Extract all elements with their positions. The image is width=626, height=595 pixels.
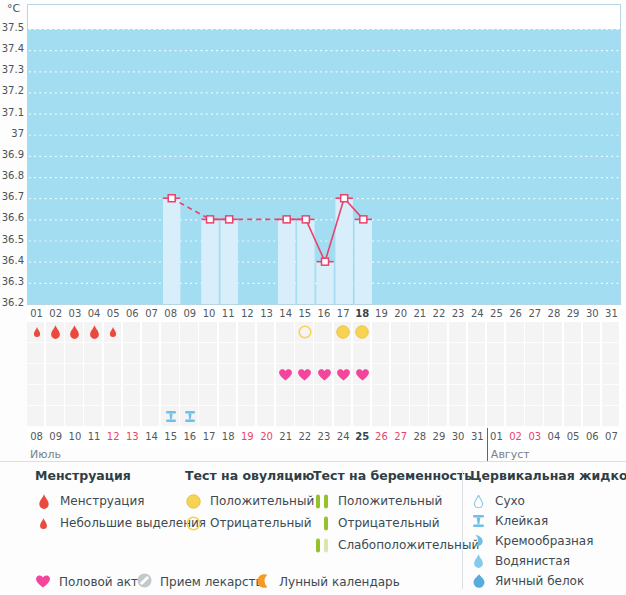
calendar-date-30[interactable]: 30 <box>449 427 468 447</box>
cervical-fluid-sticky-day-9 <box>185 411 195 422</box>
legend-item: Кремообразная <box>470 533 626 549</box>
drop-large-icon <box>35 494 52 509</box>
calendar-date-28[interactable]: 28 <box>410 427 429 447</box>
temp-point-day-10[interactable] <box>207 216 214 223</box>
calendar-date-04[interactable]: 04 <box>544 427 563 447</box>
intercourse-heart-day-15 <box>297 368 312 381</box>
calendar-date-17[interactable]: 17 <box>199 427 218 447</box>
legend-item: Клейкая <box>470 513 626 529</box>
calendar-date-26[interactable]: 26 <box>372 427 391 447</box>
y-axis-tick: 37.5 <box>0 21 24 34</box>
cycle-day-09[interactable]: 09 <box>180 305 199 322</box>
circle-filled-icon <box>185 494 202 509</box>
temp-point-day-11[interactable] <box>226 216 233 223</box>
cycle-day-03[interactable]: 03 <box>65 305 84 322</box>
cycle-day-21[interactable]: 21 <box>410 305 429 322</box>
cycle-day-22[interactable]: 22 <box>429 305 448 322</box>
calendar-date-19[interactable]: 19 <box>238 427 257 447</box>
cycle-day-25[interactable]: 25 <box>487 305 506 322</box>
calendar-date-20[interactable]: 20 <box>257 427 276 447</box>
calendar-date-06[interactable]: 06 <box>583 427 602 447</box>
legend-item: Положительный <box>313 493 479 509</box>
cycle-day-08[interactable]: 08 <box>161 305 180 322</box>
legend-group-title: Тест на овуляцию <box>185 468 314 483</box>
calendar-date-05[interactable]: 05 <box>564 427 583 447</box>
calendar-date-12[interactable]: 12 <box>104 427 123 447</box>
cycle-day-26[interactable]: 26 <box>506 305 525 322</box>
cycle-day-28[interactable]: 28 <box>544 305 563 322</box>
cycle-day-13[interactable]: 13 <box>257 305 276 322</box>
calendar-date-23[interactable]: 23 <box>314 427 333 447</box>
legend-item-label: Лунный календарь <box>279 575 400 589</box>
calendar-date-24[interactable]: 24 <box>334 427 353 447</box>
calendar-date-22[interactable]: 22 <box>295 427 314 447</box>
calendar-date-27[interactable]: 27 <box>391 427 410 447</box>
row-medicine[interactable] <box>27 385 621 405</box>
row-cervical-fluid[interactable] <box>27 406 621 426</box>
cycle-day-05[interactable]: 05 <box>104 305 123 322</box>
cycle-day-16[interactable]: 16 <box>314 305 333 322</box>
cervical-fluid-sticky-day-8 <box>166 411 176 422</box>
menstruation-drop-day-4 <box>89 325 100 339</box>
cycle-day-10[interactable]: 10 <box>199 305 218 322</box>
calendar-date-21[interactable]: 21 <box>276 427 295 447</box>
y-axis-tick: 37 <box>0 127 24 140</box>
calendar-date-02[interactable]: 02 <box>506 427 525 447</box>
cycle-day-02[interactable]: 02 <box>46 305 65 322</box>
cycle-day-18[interactable]: 18 <box>353 305 372 322</box>
calendar-date-31[interactable]: 31 <box>468 427 487 447</box>
cycle-day-07[interactable]: 07 <box>142 305 161 322</box>
y-axis-tick: 36.6 <box>0 211 24 224</box>
calendar-date-09[interactable]: 09 <box>46 427 65 447</box>
calendar-date-16[interactable]: 16 <box>180 427 199 447</box>
calendar-date-18[interactable]: 18 <box>219 427 238 447</box>
calendar-date-29[interactable]: 29 <box>429 427 448 447</box>
cycle-day-06[interactable]: 06 <box>123 305 142 322</box>
cycle-day-27[interactable]: 27 <box>525 305 544 322</box>
y-axis-tick: 37.4 <box>0 42 24 55</box>
watery-icon <box>470 554 487 568</box>
legend-item-label: Половой акт <box>59 575 138 589</box>
temp-point-day-8[interactable] <box>168 195 175 202</box>
temp-column-day-10 <box>201 219 218 304</box>
calendar-date-25[interactable]: 25 <box>353 427 372 447</box>
temperature-chart-plot[interactable] <box>27 4 621 305</box>
cycle-day-29[interactable]: 29 <box>564 305 583 322</box>
cycle-day-01[interactable]: 01 <box>27 305 46 322</box>
cycle-day-20[interactable]: 20 <box>391 305 410 322</box>
row-pregnancy-test[interactable] <box>27 343 621 363</box>
cycle-day-31[interactable]: 31 <box>602 305 621 322</box>
cycle-day-30[interactable]: 30 <box>583 305 602 322</box>
calendar-date-14[interactable]: 14 <box>142 427 161 447</box>
temp-point-day-17[interactable] <box>341 195 348 202</box>
temp-column-day-8 <box>163 198 180 304</box>
cycle-day-24[interactable]: 24 <box>468 305 487 322</box>
calendar-date-07[interactable]: 07 <box>602 427 621 447</box>
ovulation-test-day-15 <box>298 325 312 339</box>
cycle-day-12[interactable]: 12 <box>238 305 257 322</box>
calendar-date-13[interactable]: 13 <box>123 427 142 447</box>
cycle-day-17[interactable]: 17 <box>334 305 353 322</box>
cycle-day-14[interactable]: 14 <box>276 305 295 322</box>
menstruation-drop-day-5 <box>109 327 117 337</box>
cycle-day-15[interactable]: 15 <box>295 305 314 322</box>
calendar-date-08[interactable]: 08 <box>27 427 46 447</box>
y-axis-tick: 36.2 <box>0 296 24 309</box>
calendar-date-01[interactable]: 01 <box>487 427 506 447</box>
legend-item: Отрицательный <box>185 515 314 531</box>
calendar-date-11[interactable]: 11 <box>84 427 103 447</box>
legend-item-label: Менструация <box>60 494 144 508</box>
y-axis-tick: 37.1 <box>0 106 24 119</box>
legend-group-title: Менструация <box>35 468 206 483</box>
temp-point-day-14[interactable] <box>283 216 290 223</box>
cycle-day-04[interactable]: 04 <box>84 305 103 322</box>
calendar-date-15[interactable]: 15 <box>161 427 180 447</box>
cycle-day-19[interactable]: 19 <box>372 305 391 322</box>
calendar-date-10[interactable]: 10 <box>65 427 84 447</box>
temp-point-day-16[interactable] <box>322 258 329 265</box>
cycle-day-11[interactable]: 11 <box>219 305 238 322</box>
calendar-date-03[interactable]: 03 <box>525 427 544 447</box>
temp-point-day-18[interactable] <box>360 216 367 223</box>
temp-point-day-15[interactable] <box>302 216 309 223</box>
cycle-day-23[interactable]: 23 <box>449 305 468 322</box>
